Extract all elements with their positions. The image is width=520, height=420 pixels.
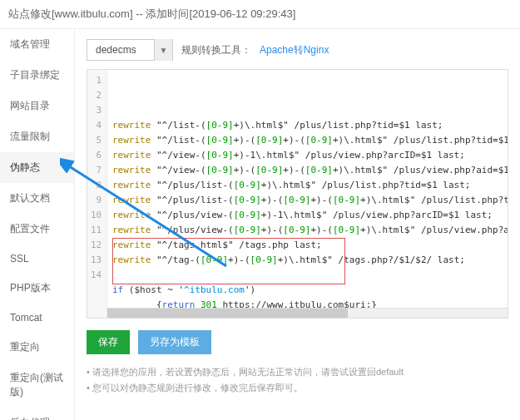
select-value: dedecms <box>87 44 154 56</box>
template-select[interactable]: dedecms ▼ <box>87 39 173 61</box>
code-line: rewrite "^/plus/view-([0-9]+)-1\.html$" … <box>112 208 508 223</box>
save-button[interactable]: 保存 <box>87 330 130 354</box>
note-line: • 请选择您的应用，若设置伪静态后，网站无法正常访问，请尝试设置回default <box>87 366 508 378</box>
sidebar-item[interactable]: 域名管理 <box>0 29 74 60</box>
sidebar-item[interactable]: 子目录绑定 <box>0 60 74 91</box>
main-panel: dedecms ▼ 规则转换工具： Apache转Nginx 123456789… <box>75 29 520 420</box>
sidebar-item[interactable]: 反向代理 <box>0 408 74 420</box>
code-line: rewrite "^/tags.html$" /tags.php last; <box>112 238 508 253</box>
sidebar-item[interactable]: SSL <box>0 245 74 273</box>
chevron-down-icon[interactable]: ▼ <box>154 39 172 61</box>
sidebar-item[interactable]: 默认文档 <box>0 183 74 214</box>
convert-link[interactable]: Apache转Nginx <box>260 43 329 57</box>
code-area[interactable]: rewrite "^/list-([0-9]+)\.html$" /plus/l… <box>107 70 508 319</box>
code-line: rewrite "^/list-([0-9]+)\.html$" /plus/l… <box>112 118 508 133</box>
sidebar-item[interactable]: 配置文件 <box>0 214 74 245</box>
sidebar-item[interactable]: 流量限制 <box>0 121 74 152</box>
convert-label: 规则转换工具： <box>181 43 251 57</box>
code-editor[interactable]: 1234567891011121314 rewrite "^/list-([0-… <box>87 69 508 319</box>
sidebar-item[interactable]: Tomcat <box>0 304 74 332</box>
toolbar: dedecms ▼ 规则转换工具： Apache转Nginx <box>87 39 508 61</box>
sidebar-item[interactable]: 伪静态 <box>0 152 74 183</box>
container: 域名管理子目录绑定网站目录流量限制伪静态默认文档配置文件SSLPHP版本Tomc… <box>0 29 520 420</box>
scrollbar-thumb[interactable] <box>107 309 348 318</box>
line-gutter: 1234567891011121314 <box>87 70 107 319</box>
page-title: 站点修改[www.itbulu.com] -- 添加时间[2019-06-12 … <box>0 0 520 29</box>
save-template-button[interactable]: 另存为模板 <box>138 330 211 354</box>
code-line: rewrite "^/view-([0-9]+)-([0-9]+)-([0-9]… <box>112 163 508 178</box>
code-line: if ($host ~ '^itbulu.com') <box>112 283 508 298</box>
sidebar-item[interactable]: 重定向 <box>0 332 74 363</box>
notes: • 请选择您的应用，若设置伪静态后，网站无法正常访问，请尝试设置回default… <box>87 366 508 394</box>
code-line: rewrite "^/plus/list-([0-9]+)-([0-9]+)-(… <box>112 193 508 208</box>
code-line: rewrite "^/view-([0-9]+)-1\.html$" /plus… <box>112 148 508 163</box>
actions: 保存 另存为模板 <box>87 330 508 354</box>
code-line <box>112 268 508 283</box>
sidebar-item[interactable]: PHP版本 <box>0 273 74 304</box>
code-line: rewrite "^/list-([0-9]+)-([0-9]+)-([0-9]… <box>112 133 508 148</box>
horizontal-scrollbar[interactable] <box>107 308 508 318</box>
sidebar: 域名管理子目录绑定网站目录流量限制伪静态默认文档配置文件SSLPHP版本Tomc… <box>0 29 75 420</box>
sidebar-item[interactable]: 重定向(测试版) <box>0 363 74 408</box>
code-line: rewrite "^/plus/list-([0-9]+)\.html$" /p… <box>112 178 508 193</box>
code-line: rewrite "^/plus/view-([0-9]+)-([0-9]+)-(… <box>112 223 508 238</box>
sidebar-item[interactable]: 网站目录 <box>0 91 74 121</box>
note-line: • 您可以对伪静态规则进行修改，修改完后保存即可。 <box>87 382 508 394</box>
code-line: rewrite "^/tag-([0-9]+)-([0-9]+)\.html$"… <box>112 253 508 268</box>
